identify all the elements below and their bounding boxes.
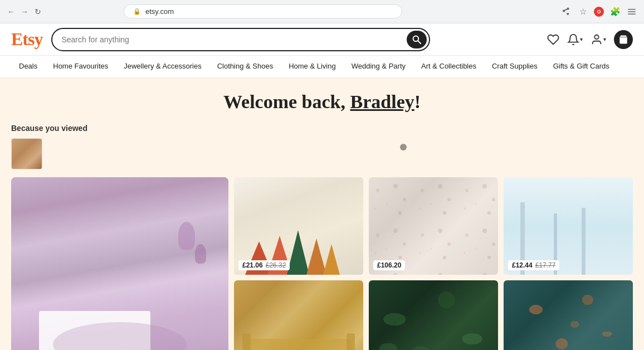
header-icons: ▾ ▾ — [547, 30, 633, 49]
account-button[interactable]: ▾ — [591, 33, 606, 46]
svg-rect-2 — [628, 13, 636, 14]
welcome-text-after: ! — [414, 91, 421, 112]
price-badge-woodland: £106.20 — [373, 260, 405, 270]
extension-icon-red[interactable]: O — [594, 7, 604, 17]
main-content: Welcome back, Bradley! Because you viewe… — [0, 78, 644, 350]
product-card-animals[interactable]: £21.06 £26.32 — [234, 177, 363, 275]
search-input[interactable] — [61, 35, 407, 44]
nav-item-home-living[interactable]: Home & Living — [281, 56, 344, 78]
search-bar — [51, 28, 430, 51]
section-label: Because you viewed — [11, 124, 633, 133]
etsy-logo[interactable]: Etsy — [11, 29, 42, 50]
viewed-thumbnail-image — [12, 139, 42, 169]
cart-button[interactable] — [614, 30, 633, 49]
price-badge-animals: £21.06 £26.32 — [238, 260, 290, 270]
product-card-woodland[interactable]: £106.20 — [369, 177, 498, 275]
url-bar[interactable]: 🔒 etsy.com — [124, 4, 402, 18]
browser-actions: ☆ O 🧩 — [560, 6, 637, 17]
svg-line-4 — [418, 41, 421, 43]
url-text: etsy.com — [145, 7, 174, 16]
back-button[interactable]: ← — [7, 7, 16, 16]
viewed-item-thumbnail[interactable] — [11, 138, 42, 169]
welcome-name: Bradley — [350, 91, 414, 112]
notifications-button[interactable]: ▾ — [567, 33, 583, 46]
nav-item-art[interactable]: Art & Collectibles — [413, 56, 484, 78]
welcome-text-before: Welcome back, — [223, 91, 350, 112]
etsy-header: Etsy ▾ ▾ — [0, 23, 644, 56]
product-card-fox[interactable]: £17.77 £22.21 — [504, 280, 633, 350]
browser-chrome: ← → ↻ 🔒 etsy.com ☆ O 🧩 — [0, 0, 644, 23]
right-product-cards: £21.06 £26.32 £106.20 £12.44 — [234, 177, 633, 350]
old-price-animals: £26.32 — [266, 261, 286, 269]
nav-item-deals[interactable]: Deals — [11, 56, 45, 78]
product-card-gold-room[interactable]: £23.19 £46.39 — [234, 280, 363, 350]
nav-item-wedding[interactable]: Wedding & Party — [344, 56, 413, 78]
share-button[interactable] — [560, 6, 572, 17]
account-chevron: ▾ — [603, 36, 606, 42]
nav-item-craft[interactable]: Craft Supplies — [484, 56, 545, 78]
browser-menu-button[interactable] — [626, 6, 637, 17]
old-price-trees: £17.77 — [535, 261, 556, 269]
product-card-large[interactable]: £17.77 £22.21 — [11, 177, 228, 350]
nav-bar: Deals Home Favourites Jewellery & Access… — [0, 56, 644, 78]
svg-rect-1 — [628, 11, 636, 12]
nav-item-home-favourites[interactable]: Home Favourites — [45, 56, 116, 78]
price-animals: £21.06 — [242, 261, 263, 269]
price-woodland: £106.20 — [377, 261, 401, 269]
search-button[interactable] — [407, 31, 427, 48]
svg-point-5 — [594, 35, 598, 38]
refresh-button[interactable]: ↻ — [33, 7, 42, 16]
star-button[interactable]: ☆ — [577, 6, 588, 17]
price-trees: £12.44 — [512, 261, 533, 269]
product-card-trees[interactable]: £12.44 £17.77 — [504, 177, 633, 275]
product-card-botanical[interactable]: £106.20 — [369, 280, 498, 350]
price-badge-trees: £12.44 £17.77 — [508, 260, 559, 270]
lock-icon: 🔒 — [133, 8, 141, 15]
wishlist-button[interactable] — [547, 33, 559, 46]
nav-item-jewellery[interactable]: Jewellery & Accessories — [116, 56, 209, 78]
forward-button[interactable]: → — [20, 7, 29, 16]
product-grid: £17.77 £22.21 £21.06 £26.32 — [11, 177, 633, 350]
nav-item-clothing[interactable]: Clothing & Shoes — [209, 56, 281, 78]
svg-rect-0 — [628, 9, 636, 10]
welcome-heading: Welcome back, Bradley! — [11, 91, 633, 113]
notifications-chevron: ▾ — [580, 36, 583, 42]
nav-item-gifts[interactable]: Gifts & Gift Cards — [545, 56, 617, 78]
extension-puzzle-button[interactable]: 🧩 — [609, 6, 621, 17]
